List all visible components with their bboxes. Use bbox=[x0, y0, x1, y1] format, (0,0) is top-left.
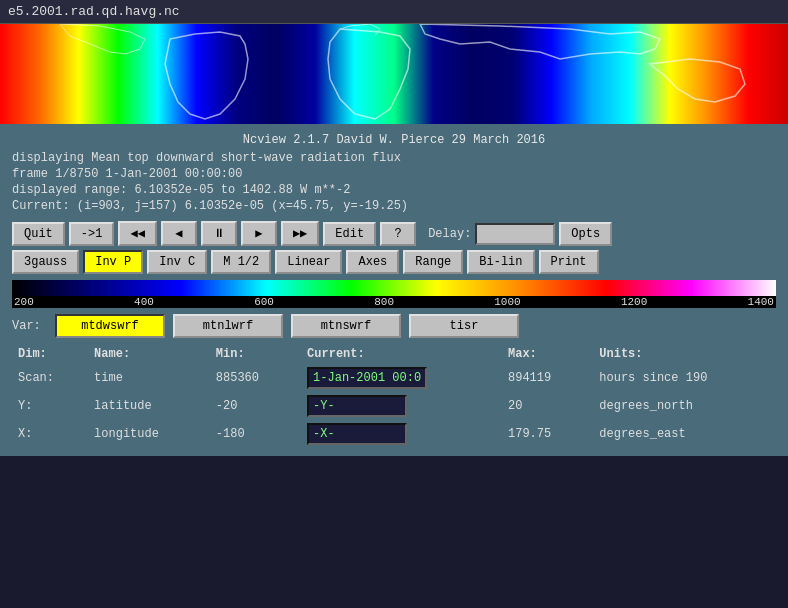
x-current-value[interactable]: -X- bbox=[307, 423, 407, 445]
axes-button[interactable]: Axes bbox=[346, 250, 399, 274]
dimensions-table: Dim: Name: Min: Current: Max: Units: Sca… bbox=[12, 344, 776, 448]
var-mtnlwrf-button[interactable]: mtnlwrf bbox=[173, 314, 283, 338]
scan-units: hours since 190 bbox=[593, 364, 776, 392]
info-line-1: displaying Mean top downward short-wave … bbox=[12, 151, 776, 165]
colorbar-label-1400: 1400 bbox=[748, 296, 774, 308]
y-min: -20 bbox=[210, 392, 301, 420]
var-tisr-button[interactable]: tisr bbox=[409, 314, 519, 338]
m-half-button[interactable]: M 1/2 bbox=[211, 250, 271, 274]
var-label: Var: bbox=[12, 319, 47, 333]
window-title: e5.2001.rad.qd.havg.nc bbox=[8, 4, 180, 19]
app-title: Ncview 2.1.7 David W. Pierce 29 March 20… bbox=[243, 133, 545, 147]
linear-button[interactable]: Linear bbox=[275, 250, 342, 274]
scan-min: 885360 bbox=[210, 364, 301, 392]
y-label: Y: bbox=[12, 392, 88, 420]
var-mtnswrf-button[interactable]: mtnswrf bbox=[291, 314, 401, 338]
y-name: latitude bbox=[88, 392, 210, 420]
help-button[interactable]: ? bbox=[380, 222, 416, 246]
scan-current: 1-Jan-2001 00:0 bbox=[301, 364, 502, 392]
ff-button[interactable]: ▶▶ bbox=[281, 221, 319, 246]
scan-current-value[interactable]: 1-Jan-2001 00:0 bbox=[307, 367, 427, 389]
edit-button[interactable]: Edit bbox=[323, 222, 376, 246]
info-line-2: frame 1/8750 1-Jan-2001 00:00:00 bbox=[12, 167, 776, 181]
scan-max: 894119 bbox=[502, 364, 593, 392]
colorbar-label-800: 800 bbox=[374, 296, 394, 308]
scan-label: Scan: bbox=[12, 364, 88, 392]
title-bar: e5.2001.rad.qd.havg.nc bbox=[0, 0, 788, 24]
colorbar bbox=[12, 280, 776, 296]
dim-header-dim: Dim: bbox=[12, 344, 88, 364]
x-max: 179.75 bbox=[502, 420, 593, 448]
controls-row: Quit ->1 ◀◀ ◀ ⏸ ▶ ▶▶ Edit ? Delay: Opts bbox=[12, 221, 776, 246]
delay-label: Delay: bbox=[428, 227, 471, 241]
x-current: -X- bbox=[301, 420, 502, 448]
info-line-4: Current: (i=903, j=157) 6.10352e-05 (x=4… bbox=[12, 199, 776, 213]
colorbar-label-600: 600 bbox=[254, 296, 274, 308]
dim-header-row: Dim: Name: Min: Current: Max: Units: bbox=[12, 344, 776, 364]
y-current-value[interactable]: -Y- bbox=[307, 395, 407, 417]
dim-header-name: Name: bbox=[88, 344, 210, 364]
opts-button[interactable]: Opts bbox=[559, 222, 612, 246]
y-units: degrees_north bbox=[593, 392, 776, 420]
play-button[interactable]: ▶ bbox=[241, 221, 277, 246]
var-row: Var: mtdwswrf mtnlwrf mtnswrf tisr bbox=[12, 314, 776, 338]
gauss-button[interactable]: 3gauss bbox=[12, 250, 79, 274]
y-row: Y: latitude -20 -Y- 20 degrees_north bbox=[12, 392, 776, 420]
scan-row: Scan: time 885360 1-Jan-2001 00:0 894119… bbox=[12, 364, 776, 392]
dim-header-current: Current: bbox=[301, 344, 502, 364]
scan-name: time bbox=[88, 364, 210, 392]
y-current: -Y- bbox=[301, 392, 502, 420]
var-mtdwswrf-button[interactable]: mtdwswrf bbox=[55, 314, 165, 338]
goto1-button[interactable]: ->1 bbox=[69, 222, 115, 246]
rewind-fast-button[interactable]: ◀◀ bbox=[118, 221, 156, 246]
colorbar-labels: 200 400 600 800 1000 1200 1400 bbox=[12, 296, 776, 308]
x-row: X: longitude -180 -X- 179.75 degrees_eas… bbox=[12, 420, 776, 448]
inv-c-button[interactable]: Inv C bbox=[147, 250, 207, 274]
x-label: X: bbox=[12, 420, 88, 448]
colorbar-label-400: 400 bbox=[134, 296, 154, 308]
print-button[interactable]: Print bbox=[539, 250, 599, 274]
dim-header-units: Units: bbox=[593, 344, 776, 364]
colorbar-label-1200: 1200 bbox=[621, 296, 647, 308]
range-button[interactable]: Range bbox=[403, 250, 463, 274]
info-line-3: displayed range: 6.10352e-05 to 1402.88 … bbox=[12, 183, 776, 197]
map-overlay bbox=[0, 24, 788, 124]
dim-header-min: Min: bbox=[210, 344, 301, 364]
colorbar-label-1000: 1000 bbox=[494, 296, 520, 308]
x-min: -180 bbox=[210, 420, 301, 448]
bi-lin-button[interactable]: Bi-lin bbox=[467, 250, 534, 274]
map-area bbox=[0, 24, 788, 124]
x-name: longitude bbox=[88, 420, 210, 448]
quit-button[interactable]: Quit bbox=[12, 222, 65, 246]
colorbar-label-200: 200 bbox=[14, 296, 34, 308]
rewind-button[interactable]: ◀ bbox=[161, 221, 197, 246]
y-max: 20 bbox=[502, 392, 593, 420]
dim-header-max: Max: bbox=[502, 344, 593, 364]
main-panel: Ncview 2.1.7 David W. Pierce 29 March 20… bbox=[0, 124, 788, 456]
inv-p-button[interactable]: Inv P bbox=[83, 250, 143, 274]
func-row: 3gauss Inv P Inv C M 1/2 Linear Axes Ran… bbox=[12, 250, 776, 274]
x-units: degrees_east bbox=[593, 420, 776, 448]
delay-slider[interactable] bbox=[475, 223, 555, 245]
colorbar-area: 200 400 600 800 1000 1200 1400 bbox=[12, 280, 776, 308]
pause-button[interactable]: ⏸ bbox=[201, 221, 237, 246]
